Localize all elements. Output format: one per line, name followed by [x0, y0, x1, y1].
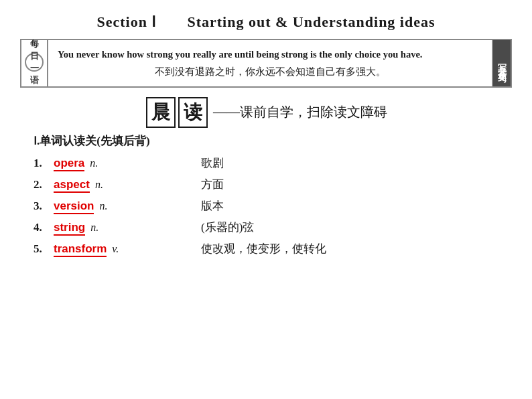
list-item: 3. version n. 版本: [34, 198, 498, 214]
morning-char-2: 读: [178, 97, 208, 128]
vocab-word-block: opera n.: [54, 157, 201, 171]
quote-box: 每日一语 You never know how strong you reall…: [20, 39, 512, 88]
daily-icon: 每日一语: [25, 53, 44, 72]
vocab-word: aspect: [54, 178, 90, 193]
quote-content: You never know how strong you really are…: [48, 40, 492, 86]
vocab-word: transform: [54, 242, 107, 257]
vocab-section: Ⅰ.单词认读关(先填后背) 1. opera n. 歌剧 2. aspect n…: [34, 133, 498, 257]
vocab-meaning: 方面: [201, 177, 498, 192]
vocab-pos: v.: [112, 243, 119, 255]
vocab-word: string: [54, 221, 85, 236]
vocab-word-block: string n.: [54, 221, 201, 236]
morning-reading-title: 晨 读 ——课前自学，扫除读文障碍: [0, 97, 532, 128]
list-item: 1. opera n. 歌剧: [34, 155, 498, 171]
vocab-title: Ⅰ.单词认读关(先填后背): [34, 133, 498, 149]
vocab-word-block: version n.: [54, 200, 201, 214]
vocab-word-block: aspect n.: [54, 178, 201, 193]
list-item: 4. string n. (乐器的)弦: [34, 220, 498, 236]
vocab-word: version: [54, 200, 94, 214]
vocab-word-block: transform v.: [54, 242, 201, 257]
quote-chinese: 不到没有退路之时，你永远不会知道自己有多强大。: [58, 65, 482, 80]
vocab-num: 1.: [34, 157, 54, 170]
quote-english: You never know how strong you really are…: [58, 47, 482, 62]
vocab-num: 5.: [34, 242, 54, 256]
vocab-meaning: (乐器的)弦: [201, 220, 498, 235]
vocab-pos: n.: [99, 200, 107, 212]
morning-char-1: 晨: [146, 97, 176, 128]
page-title: Section Ⅰ Starting out & Understanding i…: [0, 0, 532, 39]
vocab-num: 3.: [34, 200, 54, 213]
list-item: 5. transform v. 使改观，使变形，使转化: [34, 241, 498, 257]
vocab-meaning: 版本: [201, 198, 498, 214]
vocab-num: 2.: [34, 178, 54, 191]
vocab-pos: n.: [90, 222, 98, 234]
vocab-num: 4.: [34, 221, 54, 234]
vocab-meaning: 使改观，使变形，使转化: [201, 241, 498, 256]
vocab-pos: n.: [90, 157, 98, 169]
vocab-meaning: 歌剧: [201, 155, 498, 171]
left-sidebar: 每日一语: [21, 40, 48, 86]
morning-chars: 晨 读: [145, 97, 209, 128]
morning-subtitle: ——课前自学，扫除读文障碍: [213, 103, 387, 121]
right-label: 写亮背金文句: [496, 57, 508, 69]
vocab-word: opera: [54, 157, 84, 171]
list-item: 2. aspect n. 方面: [34, 177, 498, 193]
vocab-pos: n.: [95, 179, 103, 191]
vocab-list: 1. opera n. 歌剧 2. aspect n. 方面 3. versio…: [34, 155, 498, 257]
right-sidebar: 写亮背金文句: [492, 40, 511, 86]
